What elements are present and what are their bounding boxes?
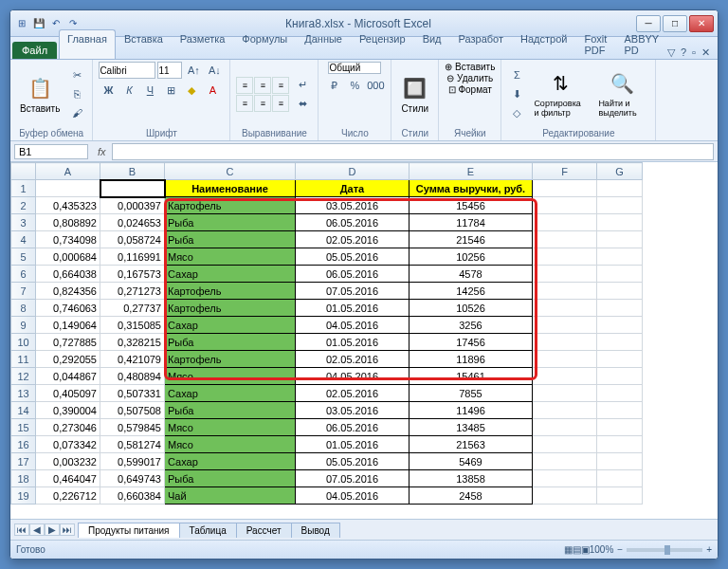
row-header-11[interactable]: 11: [11, 351, 36, 368]
ribbon-tab-Вставка[interactable]: Вставка: [116, 29, 172, 59]
shrink-font-icon[interactable]: A↓: [205, 62, 224, 79]
fill-color-icon[interactable]: ◆: [182, 82, 201, 99]
table-row[interactable]: 150,2730460,579845Мясо06.05.201613485: [11, 419, 643, 436]
ribbon-options-icon[interactable]: ▫: [692, 46, 696, 59]
row-header-10[interactable]: 10: [11, 334, 36, 351]
italic-icon[interactable]: К: [119, 82, 138, 99]
ribbon-tab-Главная[interactable]: Главная: [59, 29, 116, 59]
delete-cells-button[interactable]: ⊖ Удалить: [446, 73, 493, 83]
ribbon-tab-Разметка[interactable]: Разметка: [172, 29, 234, 59]
table-row[interactable]: 30,8088920,024653Рыба06.05.201611784: [11, 214, 643, 231]
clear-icon[interactable]: ◇: [507, 104, 526, 121]
copy-icon[interactable]: ⎘: [67, 85, 86, 102]
table-row[interactable]: 20,4353230,000397Картофель03.05.20161545…: [11, 197, 643, 214]
ribbon-tab-Данные[interactable]: Данные: [296, 29, 351, 59]
table-row[interactable]: 140,3900040,507508Рыба03.05.201611496: [11, 402, 643, 419]
alignment-buttons[interactable]: ≡≡≡≡≡≡: [236, 77, 289, 112]
table-row[interactable]: 60,6640380,167573Сахар06.05.20164578: [11, 266, 643, 283]
zoom-in-icon[interactable]: +: [706, 544, 712, 555]
ribbon-tab-ABBYY PD[interactable]: ABBYY PD: [615, 29, 667, 59]
row-header-4[interactable]: 4: [11, 231, 36, 248]
formula-bar[interactable]: [112, 143, 714, 160]
view-normal-icon[interactable]: ▦: [564, 544, 573, 555]
table-row[interactable]: 110,2920550,421079Картофель02.05.2016118…: [11, 351, 643, 368]
autosum-icon[interactable]: Σ: [507, 66, 526, 83]
table-row[interactable]: 50,0006840,116991Мясо05.05.201610256: [11, 248, 643, 266]
row-header-18[interactable]: 18: [11, 470, 36, 487]
wrap-text-icon[interactable]: ↵: [293, 76, 312, 93]
row-header-5[interactable]: 5: [11, 248, 36, 266]
row-header-16[interactable]: 16: [11, 436, 36, 453]
find-select-button[interactable]: 🔍 Найти и выделить: [594, 68, 649, 119]
row-header-3[interactable]: 3: [11, 214, 36, 231]
ribbon-tab-Формулы[interactable]: Формулы: [233, 29, 296, 59]
table-row[interactable]: 40,7340980,058724Рыба02.05.201621546: [11, 231, 643, 248]
ribbon-tab-Надстрой[interactable]: Надстрой: [512, 29, 575, 59]
row-header-17[interactable]: 17: [11, 453, 36, 470]
row-header-2[interactable]: 2: [11, 197, 36, 214]
col-header-C[interactable]: C: [165, 163, 296, 180]
sheet-tab-2[interactable]: Рассчет: [236, 523, 292, 538]
view-pagebreak-icon[interactable]: ▣: [581, 544, 590, 555]
styles-button[interactable]: 🔲 Стили: [397, 73, 432, 116]
ribbon-tab-Вид[interactable]: Вид: [414, 29, 450, 59]
row-header-15[interactable]: 15: [11, 419, 36, 436]
row-header-8[interactable]: 8: [11, 300, 36, 317]
header-sum[interactable]: Сумма выручки, руб.: [410, 180, 533, 197]
grow-font-icon[interactable]: A↑: [184, 62, 203, 79]
row-header-7[interactable]: 7: [11, 283, 36, 300]
row-header-9[interactable]: 9: [11, 317, 36, 334]
col-header-F[interactable]: F: [533, 163, 597, 180]
paste-button[interactable]: 📋 Вставить: [16, 73, 64, 116]
sort-filter-button[interactable]: ⇅ Сортировка и фильтр: [530, 68, 591, 119]
spreadsheet-grid[interactable]: ABCDEFG1НаименованиеДатаСумма выручки, р…: [10, 162, 718, 519]
help-icon[interactable]: ?: [681, 46, 686, 59]
row-header-1[interactable]: 1: [11, 180, 36, 197]
close-button[interactable]: ✕: [689, 15, 714, 32]
row-header-19[interactable]: 19: [11, 487, 36, 505]
number-format-select[interactable]: [328, 62, 381, 74]
name-box[interactable]: [14, 144, 88, 159]
row-header-13[interactable]: 13: [11, 385, 36, 402]
col-header-G[interactable]: G: [597, 163, 643, 180]
ribbon-tab-Рецензир[interactable]: Рецензир: [351, 29, 414, 59]
sheet-tab-3[interactable]: Вывод: [291, 523, 340, 538]
zoom-out-icon[interactable]: −: [617, 544, 623, 555]
currency-icon[interactable]: ₽: [324, 77, 343, 94]
select-all-cell[interactable]: [11, 163, 36, 180]
sheet-tab-1[interactable]: Таблица: [179, 523, 237, 538]
underline-icon[interactable]: Ч: [140, 82, 159, 99]
table-row[interactable]: 130,4050970,507331Сахар02.05.20167855: [11, 385, 643, 402]
view-layout-icon[interactable]: ▤: [573, 544, 581, 555]
font-size-select[interactable]: [157, 62, 182, 79]
border-icon[interactable]: ⊞: [161, 82, 180, 99]
col-header-E[interactable]: E: [410, 163, 533, 180]
table-row[interactable]: 170,0032320,599017Сахар05.05.20165469: [11, 453, 643, 470]
format-painter-icon[interactable]: 🖌: [67, 104, 86, 121]
sheet-tab-0[interactable]: Продукты питания: [78, 523, 180, 538]
file-tab[interactable]: Файл: [12, 42, 57, 59]
table-row[interactable]: 120,0448670,480894Мясо04.05.201615461: [11, 368, 643, 385]
selected-cell[interactable]: [100, 180, 165, 197]
col-header-A[interactable]: A: [36, 163, 100, 180]
fx-icon[interactable]: fx: [92, 146, 112, 157]
header-date[interactable]: Дата: [296, 180, 410, 197]
table-row[interactable]: 190,2267120,660384Чай04.05.20162458: [11, 487, 643, 505]
row-header-14[interactable]: 14: [11, 402, 36, 419]
close-workbook-icon[interactable]: ✕: [701, 46, 710, 59]
table-row[interactable]: 80,7460630,27737Картофель01.05.201610526: [11, 300, 643, 317]
table-row[interactable]: 100,7278850,328215Рыба01.05.201617456: [11, 334, 643, 351]
merge-icon[interactable]: ⬌: [293, 95, 312, 112]
bold-icon[interactable]: Ж: [99, 82, 118, 99]
zoom-slider[interactable]: [627, 548, 702, 552]
save-icon[interactable]: 💾: [31, 16, 46, 31]
font-color-icon[interactable]: A: [203, 82, 222, 99]
sheet-nav-buttons[interactable]: ⏮◀▶⏭: [10, 523, 79, 536]
table-row[interactable]: 90,1490640,315085Сахар04.05.20163256: [11, 317, 643, 334]
format-cells-button[interactable]: ⊡ Формат: [448, 84, 492, 95]
table-row[interactable]: 160,0733420,581274Мясо01.05.201621563: [11, 436, 643, 453]
table-row[interactable]: 70,8243560,271273Картофель07.05.20161425…: [11, 283, 643, 300]
ribbon-tab-Foxit PDF[interactable]: Foxit PDF: [575, 29, 615, 59]
ribbon-tab-Разработ[interactable]: Разработ: [450, 29, 512, 59]
comma-icon[interactable]: 000: [366, 77, 385, 94]
